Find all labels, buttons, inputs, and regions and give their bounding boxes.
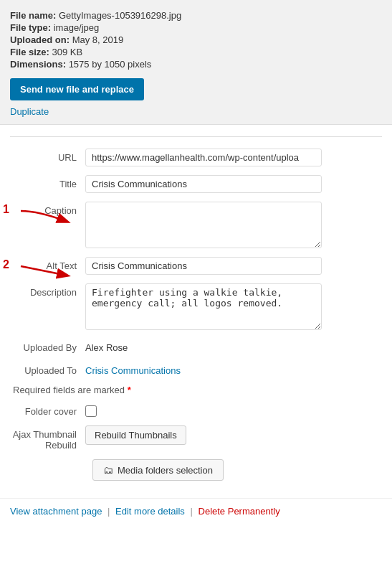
file-dimensions-label: Dimensions: — [10, 59, 66, 70]
duplicate-link[interactable]: Duplicate — [10, 106, 382, 117]
description-label: Description — [10, 283, 85, 298]
file-uploaded-row: Uploaded on: May 8, 2019 — [10, 34, 382, 45]
file-type-label: File type: — [10, 22, 51, 33]
annotation-1: 1 — [3, 203, 9, 216]
uploaded-to-label: Uploaded To — [10, 362, 85, 376]
rebuild-thumbnails-button[interactable]: Rebuild Thumbnails — [85, 425, 186, 445]
uploaded-by-row: Uploaded By Alex Rose — [10, 339, 382, 353]
media-folders-container: 🗂 Media folders selection — [10, 459, 382, 491]
caption-row: 1 Caption — [10, 202, 382, 248]
file-uploaded-label: Uploaded on: — [10, 34, 70, 45]
edit-details-link[interactable]: Edit more details — [115, 506, 185, 517]
send-replace-button[interactable]: Send new file and replace — [10, 78, 144, 100]
alt-row: 2 Alt Text — [10, 257, 382, 275]
file-type-value: image/jpeg — [54, 22, 100, 33]
uploaded-by-value: Alex Rose — [85, 339, 128, 353]
url-label: URL — [10, 149, 85, 163]
media-folders-button[interactable]: 🗂 Media folders selection — [92, 459, 224, 481]
form-section: URL Title 1 Caption — [0, 125, 392, 498]
caption-label: Caption — [10, 202, 85, 216]
annotation-2: 2 — [3, 258, 9, 271]
url-row: URL — [10, 149, 382, 166]
description-row: Description Firefighter using a walkie t… — [10, 283, 382, 330]
alt-label: Alt Text — [10, 257, 85, 271]
uploaded-to-link[interactable]: Crisis Communications — [85, 362, 181, 376]
file-dimensions-row: Dimensions: 1575 by 1050 pixels — [10, 59, 382, 70]
file-name-label: File name: — [10, 10, 56, 21]
title-label: Title — [10, 175, 85, 189]
required-note: Required fields are marked * — [10, 385, 382, 395]
delete-permanently-link[interactable]: Delete Permanently — [199, 506, 280, 517]
top-section: File name: GettyImages-1053916298.jpg Fi… — [0, 0, 392, 125]
media-folders-label: Media folders selection — [118, 465, 213, 476]
uploaded-to-row: Uploaded To Crisis Communications — [10, 362, 382, 376]
title-input[interactable] — [85, 175, 322, 193]
file-type-row: File type: image/jpeg — [10, 22, 382, 33]
folder-cover-row: Folder cover — [10, 405, 382, 417]
caption-input[interactable] — [85, 202, 322, 248]
folder-cover-label: Folder cover — [10, 406, 85, 417]
url-input[interactable] — [85, 149, 322, 166]
ajax-label: Ajax Thumbnail Rebuild — [10, 425, 85, 451]
file-size-row: File size: 309 KB — [10, 47, 382, 57]
ajax-thumbnail-row: Ajax Thumbnail Rebuild Rebuild Thumbnail… — [10, 425, 382, 451]
alt-input[interactable] — [85, 257, 322, 275]
separator-1: | — [107, 506, 110, 517]
form-divider — [10, 136, 382, 137]
file-name-value: GettyImages-1053916298.jpg — [59, 10, 181, 21]
folder-cover-checkbox[interactable] — [85, 405, 97, 417]
required-asterisk: * — [128, 385, 131, 395]
folder-icon: 🗂 — [103, 464, 113, 476]
file-name-row: File name: GettyImages-1053916298.jpg — [10, 10, 382, 21]
separator-2: | — [191, 506, 193, 517]
file-size-label: File size: — [10, 47, 49, 57]
view-attachment-link[interactable]: View attachment page — [10, 506, 102, 517]
file-size-value: 309 KB — [52, 47, 83, 57]
file-dimensions-value: 1575 by 1050 pixels — [69, 59, 152, 70]
form-section-wrapper: URL Title 1 Caption — [10, 149, 382, 376]
bottom-links: View attachment page | Edit more details… — [0, 498, 392, 524]
title-row: Title — [10, 175, 382, 193]
uploaded-by-label: Uploaded By — [10, 339, 85, 353]
file-meta: File name: GettyImages-1053916298.jpg Fi… — [10, 10, 382, 70]
description-input[interactable]: Firefighter using a walkie talkie, emerg… — [85, 283, 322, 330]
file-uploaded-value: May 8, 2019 — [72, 34, 124, 45]
